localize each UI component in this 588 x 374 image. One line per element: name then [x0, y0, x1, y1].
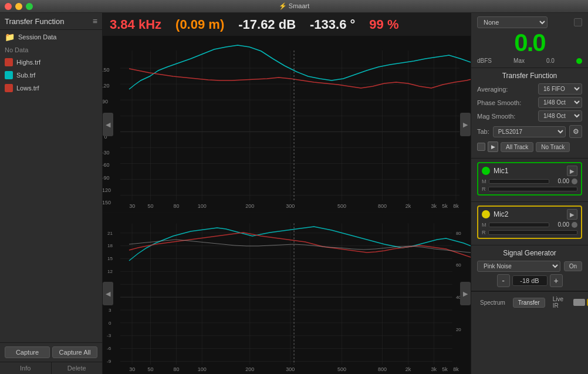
file-icon-red: [5, 58, 13, 66]
svg-text:-6: -6: [107, 346, 111, 351]
phase-display: -133.6 °: [310, 17, 355, 32]
tf-section: Transfer Function Averaging: 16 FIFO Pha…: [471, 68, 588, 159]
svg-text:-30: -30: [103, 150, 110, 156]
capture-all-button[interactable]: Capture All: [52, 346, 97, 358]
svg-rect-0: [103, 36, 471, 213]
menu-icon[interactable]: ≡: [93, 16, 97, 26]
sidebar-item-lows[interactable]: Lows.trf: [0, 82, 102, 95]
mic2-level: 0.00: [552, 221, 569, 228]
all-track-button[interactable]: All Track: [501, 142, 533, 152]
maximize-button[interactable]: [26, 3, 33, 10]
mic1-play-button[interactable]: ▶: [567, 166, 577, 176]
level-select[interactable]: None: [477, 16, 548, 28]
tab-info[interactable]: Info: [0, 362, 52, 374]
sig-gen-type-select[interactable]: Pink Noise: [477, 261, 560, 272]
tab-label: Tab:: [477, 128, 489, 135]
color-box-1: [573, 299, 585, 306]
tab-transfer[interactable]: Transfer: [513, 298, 545, 308]
tab-spectrum[interactable]: Spectrum: [475, 298, 511, 308]
freq-display: 3.84 kHz: [110, 17, 161, 32]
svg-text:80: 80: [173, 366, 179, 372]
phase-chart-svg: 150 120 90 60 30 0 -30 -60 -90 -120 -150…: [103, 36, 471, 213]
sig-gen-section: Signal Generator Pink Noise On - -18 dB …: [471, 245, 588, 291]
svg-text:-150: -150: [103, 200, 111, 205]
track-checkbox[interactable]: [477, 143, 485, 151]
traffic-lights: [5, 3, 33, 10]
phase-smooth-label: Phase Smooth:: [477, 99, 521, 106]
mic2-section: Mic2 ▶ M 0.00 R: [471, 202, 588, 245]
mag-smooth-select[interactable]: 1/48 Oct: [538, 110, 582, 122]
tab-select[interactable]: PLS2017: [493, 126, 566, 137]
db-display: -17.62 dB: [238, 17, 296, 32]
mic1-status-dot: [482, 167, 490, 175]
chart-nav-left-mag[interactable]: ◀: [103, 282, 113, 305]
svg-text:800: 800: [378, 366, 387, 372]
sig-gen-title: Signal Generator: [477, 249, 582, 257]
no-track-button[interactable]: No Track: [536, 142, 570, 152]
capture-button[interactable]: Capture: [5, 346, 50, 358]
sig-on-button[interactable]: On: [564, 261, 582, 271]
svg-text:3k: 3k: [431, 203, 437, 209]
averaging-label: Averaging:: [477, 86, 508, 93]
level-max-value: 0.0: [546, 58, 555, 64]
mag-dropdown[interactable]: ▼: [136, 216, 141, 222]
level-display: 0.0: [477, 31, 582, 55]
svg-text:500: 500: [337, 366, 346, 372]
sig-plus-button[interactable]: +: [550, 274, 563, 287]
mic1-section: Mic1 ▶ M 0.00 R: [471, 159, 588, 202]
svg-text:150: 150: [103, 67, 110, 73]
percent-display: 99 %: [369, 17, 398, 32]
minimize-button[interactable]: [15, 3, 22, 10]
svg-text:800: 800: [378, 203, 387, 209]
sidebar-item-label: Session Data: [18, 33, 56, 41]
mag-smooth-label: Mag Smooth:: [477, 113, 515, 120]
level-options[interactable]: [574, 18, 582, 26]
svg-text:80: 80: [173, 203, 179, 209]
view-tabs: Spectrum Transfer Live IR Impulse: [471, 291, 588, 313]
tab-live-ir[interactable]: Live IR: [548, 294, 569, 311]
sig-minus-button[interactable]: -: [497, 274, 510, 287]
svg-text:3k: 3k: [431, 366, 437, 372]
chart-nav-left-phase[interactable]: ◀: [103, 113, 113, 136]
svg-text:21: 21: [107, 230, 113, 235]
close-button[interactable]: [5, 3, 12, 10]
svg-text:100: 100: [198, 366, 207, 372]
chart-nav-right-phase[interactable]: ▶: [460, 113, 471, 136]
phase-raw-label: raw lo gp: [432, 39, 457, 45]
level-max-label: Max: [513, 58, 525, 64]
chart-nav-right-mag[interactable]: ▶: [460, 282, 471, 305]
svg-text:-120: -120: [103, 187, 111, 193]
svg-text:120: 120: [103, 83, 110, 89]
phase-dropdown[interactable]: ▼: [125, 39, 130, 45]
phase-chart: Phase ▼ raw lo gp ◀ ▶: [103, 36, 471, 213]
sidebar-item-sub[interactable]: Sub.trf: [0, 69, 102, 82]
svg-text:80: 80: [456, 230, 461, 235]
sidebar-title: Transfer Function: [5, 17, 64, 26]
svg-text:-90: -90: [103, 175, 110, 181]
sidebar-item-session[interactable]: 📁 Session Data: [0, 30, 102, 44]
svg-text:50: 50: [148, 203, 154, 209]
svg-text:500: 500: [337, 203, 346, 209]
tab-delete[interactable]: Delete: [52, 362, 103, 374]
averaging-select[interactable]: 16 FIFO: [538, 83, 582, 95]
mic2-play-button[interactable]: ▶: [567, 209, 577, 220]
sidebar: Transfer Function ≡ 📁 Session Data No Da…: [0, 13, 103, 374]
right-panel: None 0.0 dBFS Max 0.0 Transfer Function …: [471, 13, 588, 374]
sig-level-display: -18 dB: [512, 275, 548, 286]
svg-text:300: 300: [286, 203, 295, 209]
svg-text:15: 15: [107, 256, 113, 261]
phase-smooth-select[interactable]: 1/48 Oct: [538, 97, 582, 108]
svg-text:12: 12: [107, 269, 113, 274]
max-indicator: [576, 58, 582, 64]
mic2-m-label: M: [482, 222, 486, 228]
sidebar-item-highs[interactable]: Highs.trf: [0, 56, 102, 69]
play-button[interactable]: ▶: [488, 141, 498, 152]
mic1-r-label: R: [482, 186, 486, 192]
mic2-dot-small: [572, 222, 577, 228]
sidebar-item-label: Highs.trf: [16, 59, 40, 66]
mic2-r-meter: [488, 230, 578, 235]
svg-text:-60: -60: [103, 162, 110, 168]
file-icon-cyan: [5, 71, 13, 79]
tab-gear-icon[interactable]: ⚙: [569, 125, 582, 138]
level-section: None 0.0 dBFS Max 0.0: [471, 13, 588, 68]
